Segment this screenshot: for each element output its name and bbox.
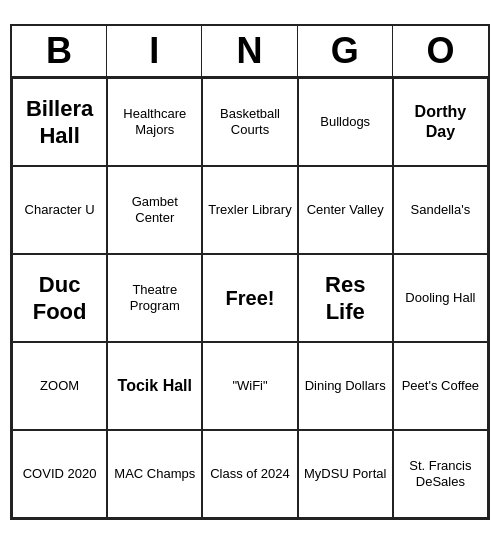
bingo-letter-i: I xyxy=(107,26,202,76)
bingo-cell-8: Center Valley xyxy=(298,166,393,254)
bingo-cell-18: Dining Dollars xyxy=(298,342,393,430)
bingo-cell-4: Dorthy Day xyxy=(393,78,488,166)
bingo-cell-21: MAC Champs xyxy=(107,430,202,518)
bingo-card: BINGO Billera HallHealthcare MajorsBaske… xyxy=(10,24,490,520)
bingo-letter-o: O xyxy=(393,26,488,76)
bingo-cell-14: Dooling Hall xyxy=(393,254,488,342)
bingo-cell-7: Trexler Library xyxy=(202,166,297,254)
bingo-cell-17: "WiFi" xyxy=(202,342,297,430)
bingo-cell-13: Res Life xyxy=(298,254,393,342)
bingo-cell-6: Gambet Center xyxy=(107,166,202,254)
bingo-grid: Billera HallHealthcare MajorsBasketball … xyxy=(12,78,488,518)
bingo-cell-3: Bulldogs xyxy=(298,78,393,166)
bingo-cell-16: Tocik Hall xyxy=(107,342,202,430)
bingo-cell-9: Sandella's xyxy=(393,166,488,254)
bingo-cell-11: Theatre Program xyxy=(107,254,202,342)
bingo-cell-22: Class of 2024 xyxy=(202,430,297,518)
bingo-cell-0: Billera Hall xyxy=(12,78,107,166)
bingo-letter-n: N xyxy=(202,26,297,76)
bingo-cell-23: MyDSU Portal xyxy=(298,430,393,518)
bingo-cell-12: Free! xyxy=(202,254,297,342)
bingo-cell-19: Peet's Coffee xyxy=(393,342,488,430)
bingo-cell-20: COVID 2020 xyxy=(12,430,107,518)
bingo-cell-5: Character U xyxy=(12,166,107,254)
bingo-cell-24: St. Francis DeSales xyxy=(393,430,488,518)
bingo-letter-b: B xyxy=(12,26,107,76)
bingo-header: BINGO xyxy=(12,26,488,78)
bingo-cell-15: ZOOM xyxy=(12,342,107,430)
bingo-cell-10: Duc Food xyxy=(12,254,107,342)
bingo-letter-g: G xyxy=(298,26,393,76)
bingo-cell-2: Basketball Courts xyxy=(202,78,297,166)
bingo-cell-1: Healthcare Majors xyxy=(107,78,202,166)
